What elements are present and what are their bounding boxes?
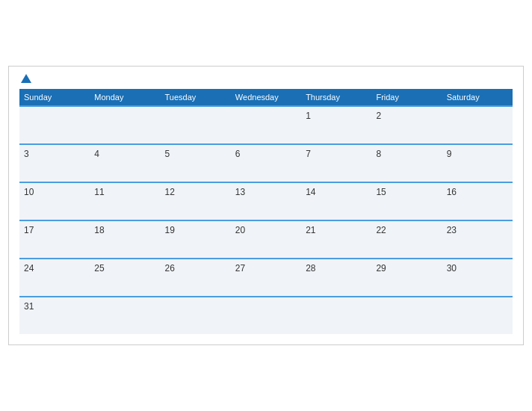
day-11: 11 xyxy=(90,182,160,220)
day-header-thursday: Thursday xyxy=(301,89,371,106)
empty-day xyxy=(90,106,160,144)
day-25: 25 xyxy=(90,259,160,297)
day-21: 21 xyxy=(301,220,371,259)
logo-triangle-icon xyxy=(21,74,31,83)
day-header-monday: Monday xyxy=(90,89,160,106)
week-row-5: 24252627282930 xyxy=(19,259,513,297)
day-16: 16 xyxy=(442,182,513,220)
days-header-row: SundayMondayTuesdayWednesdayThursdayFrid… xyxy=(19,89,513,106)
calendar-header xyxy=(19,74,513,83)
empty-day xyxy=(90,297,160,334)
day-17: 17 xyxy=(19,220,90,259)
empty-day xyxy=(161,297,231,334)
day-7: 7 xyxy=(301,144,371,182)
day-3: 3 xyxy=(19,144,90,182)
day-22: 22 xyxy=(371,220,442,259)
week-row-1: 12 xyxy=(19,106,513,144)
day-29: 29 xyxy=(371,259,442,297)
day-31: 31 xyxy=(19,297,90,334)
day-1: 1 xyxy=(301,106,371,144)
logo xyxy=(19,74,31,83)
day-30: 30 xyxy=(442,259,513,297)
week-row-6: 31 xyxy=(19,297,513,334)
day-header-friday: Friday xyxy=(371,89,442,106)
day-6: 6 xyxy=(231,144,301,182)
day-19: 19 xyxy=(161,220,231,259)
calendar-grid: SundayMondayTuesdayWednesdayThursdayFrid… xyxy=(19,89,513,334)
week-row-2: 3456789 xyxy=(19,144,513,182)
empty-day xyxy=(231,106,301,144)
day-4: 4 xyxy=(90,144,160,182)
empty-day xyxy=(442,106,513,144)
day-10: 10 xyxy=(19,182,90,220)
day-15: 15 xyxy=(371,182,442,220)
week-row-4: 17181920212223 xyxy=(19,220,513,259)
day-header-saturday: Saturday xyxy=(442,89,513,106)
empty-day xyxy=(19,106,90,144)
day-14: 14 xyxy=(301,182,371,220)
empty-day xyxy=(371,297,442,334)
day-5: 5 xyxy=(161,144,231,182)
week-row-3: 10111213141516 xyxy=(19,182,513,220)
day-header-sunday: Sunday xyxy=(19,89,90,106)
day-18: 18 xyxy=(90,220,160,259)
empty-day xyxy=(231,297,301,334)
day-header-wednesday: Wednesday xyxy=(231,89,301,106)
empty-day xyxy=(442,297,513,334)
empty-day xyxy=(301,297,371,334)
day-8: 8 xyxy=(371,144,442,182)
day-24: 24 xyxy=(19,259,90,297)
calendar: SundayMondayTuesdayWednesdayThursdayFrid… xyxy=(8,66,524,345)
day-13: 13 xyxy=(231,182,301,220)
day-9: 9 xyxy=(442,144,513,182)
day-23: 23 xyxy=(442,220,513,259)
empty-day xyxy=(161,106,231,144)
day-26: 26 xyxy=(161,259,231,297)
day-12: 12 xyxy=(161,182,231,220)
day-header-tuesday: Tuesday xyxy=(161,89,231,106)
day-2: 2 xyxy=(371,106,442,144)
day-28: 28 xyxy=(301,259,371,297)
day-20: 20 xyxy=(231,220,301,259)
day-27: 27 xyxy=(231,259,301,297)
